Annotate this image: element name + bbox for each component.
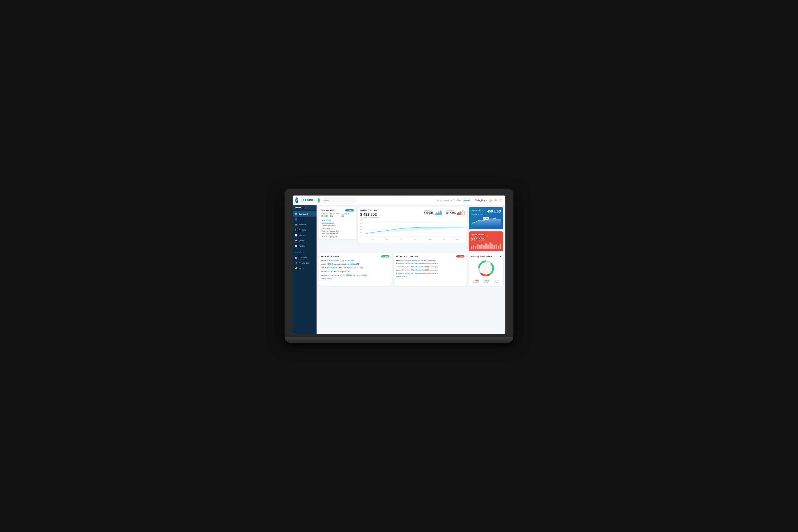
- laptop-screen: SB SLEEKBILL + You are currently in Free…: [292, 195, 506, 334]
- search-input[interactable]: [322, 198, 357, 203]
- taxes-icon: 💰: [295, 267, 298, 269]
- overdue-chart-bar-7: [485, 243, 487, 249]
- overdue-amount: $ 14,500: [471, 237, 501, 241]
- see-all-payable[interactable]: See all activity: [396, 276, 464, 278]
- company-icon: 🏢: [295, 256, 298, 259]
- activity-item-3: New Invoice #G#G45 created for NetSee LT…: [321, 267, 390, 269]
- add-button[interactable]: +: [318, 198, 320, 203]
- overdue-chart-bar-3: [477, 244, 478, 249]
- weekly-sales-card: This week sale's 450 USD Last Sale 23.45…: [469, 207, 503, 229]
- payable-item-4: Invoice #G6 to client PRO Advertise has …: [396, 269, 464, 271]
- laptop-base: [285, 337, 513, 343]
- app-header: SB SLEEKBILL + You are currently in Free…: [292, 195, 506, 205]
- inv-id: #G6: [401, 263, 404, 264]
- gs-stats: CLIENTS 20,188 PRODUCTS 36 INVOICES 65: [321, 213, 354, 217]
- logo-icon: SB: [295, 197, 298, 203]
- sidebar-label-company: Company: [299, 257, 307, 259]
- sidebar-label-products: Products: [299, 229, 306, 231]
- sidebar-item-dashboard[interactable]: ⊞ Dashboard: [292, 211, 317, 216]
- voided-percent: ● 20%: [493, 279, 499, 282]
- overdue-chart-bar-1: [473, 245, 475, 249]
- gs-link-add-logo[interactable]: › Add the company logo: [321, 230, 354, 232]
- chevron-down-icon: ▾: [486, 199, 487, 201]
- overdue-bar-1: [458, 212, 459, 215]
- overdue-chart-bar-9: [490, 242, 491, 249]
- client-name: NetSee LTD: [350, 263, 359, 265]
- sidebar-item-clients[interactable]: 👤 Clients: [292, 216, 317, 222]
- overdue-bar-0: [457, 213, 458, 215]
- current-bar-0: [435, 214, 436, 215]
- payable-title: PAYABLE & OVERDUE: [396, 255, 418, 258]
- sidebar-label-reports: Reports: [299, 245, 305, 247]
- amount: $387: [425, 266, 429, 268]
- overdue-chart-bar-5: [481, 244, 483, 249]
- help-icon[interactable]: ?: [499, 198, 503, 202]
- sidebar-label-inventory: Inventory: [299, 224, 306, 226]
- overdue-header: Overdue Invoices 11% higher than last we…: [471, 233, 501, 237]
- sales-tooltip: $520: [483, 217, 489, 220]
- current-bar-6: [441, 211, 442, 215]
- preferences-icon: ⚙: [295, 262, 298, 264]
- invoices-icon: 📄: [295, 234, 298, 236]
- summary-stat-paid: ● 45% Paid: [483, 279, 489, 284]
- sidebar-item-inventory[interactable]: 📦 Inventory: [292, 222, 317, 227]
- payable-item-5: Invoice #G6 to client PRO Advertise has …: [396, 272, 464, 274]
- summary-stat-voided: ● 20% Voided: [493, 279, 499, 284]
- sidebar-item-invoices[interactable]: 📄 Invoices: [292, 232, 317, 238]
- arrow-icon: ›: [321, 233, 321, 234]
- overdue-chart-bar-13: [498, 246, 499, 249]
- overdue-bar-3: [460, 211, 461, 215]
- sidebar-label-preferences: Preferences: [299, 262, 309, 264]
- sidebar-item-taxes[interactable]: 💰 Taxes: [292, 265, 317, 271]
- gs-stat-clients: CLIENTS 20,188: [321, 213, 328, 217]
- overdue-mini-bars: [457, 209, 464, 215]
- current-mini-bars: [435, 209, 442, 215]
- settings-icon[interactable]: ⚙: [494, 198, 498, 202]
- notifications-icon[interactable]: 🔔: [489, 198, 493, 202]
- summary-donut-chart: [477, 259, 495, 278]
- see-all-activity[interactable]: See all activity: [321, 278, 390, 280]
- gs-link-add-user[interactable]: › Add a company user: [321, 235, 354, 237]
- user-badge[interactable]: Victor Alex ▾: [475, 199, 487, 201]
- overdue-chart-bar-8: [487, 244, 489, 249]
- summary-title: Summary of this month ▾: [471, 255, 501, 258]
- paid-label: Paid: [483, 282, 489, 284]
- gs-link-create-quote[interactable]: › Creat a quote: [321, 227, 354, 229]
- payable-item-2: Invoice #G6 to client PRO Advertise has …: [396, 262, 464, 264]
- quotes-icon: 💬: [295, 239, 298, 242]
- current-bar-5: [440, 210, 441, 215]
- sidebar-item-reports[interactable]: 📊 Reports: [292, 243, 317, 248]
- gs-link-label: Add company details: [322, 233, 338, 234]
- current-bar-3: [438, 211, 439, 215]
- upgrade-link[interactable]: Upgrade: [463, 199, 471, 201]
- header-search-container: [322, 197, 357, 203]
- sidebar-item-products[interactable]: 🏷 Products: [292, 227, 317, 232]
- sidebar-item-quotes[interactable]: 💬 Quotes: [292, 238, 317, 243]
- gs-link-add-product[interactable]: › Add a product: [321, 222, 354, 224]
- gs-stat-products: PRODUCTS 36: [330, 213, 339, 217]
- gs-link-create-invoice[interactable]: › Create an invoice: [321, 225, 354, 227]
- chart-labels-x: SUN MON TUE WED THU FRI SAT: [365, 239, 464, 241]
- chevron-icon[interactable]: ▾: [500, 255, 501, 258]
- gs-link-add-details[interactable]: › Add company details: [321, 233, 354, 234]
- svg-point-7: [481, 263, 491, 273]
- logo-text: SLEEKBILL: [300, 199, 316, 202]
- payable-new-badge: 17 New: [456, 255, 464, 258]
- sidebar-label-invoices: Invoices: [299, 234, 306, 236]
- inv-current: CURRENT $ 12,346: [424, 209, 442, 215]
- sidebar-item-company[interactable]: 🏢 Company: [292, 255, 317, 260]
- inv-sub: 0% higher than last month: [360, 216, 379, 218]
- invoice-id: #G#G45: [327, 259, 333, 261]
- gs-link-add-client[interactable]: › Add a client: [321, 220, 354, 221]
- invoice-id: #G#G45: [331, 267, 337, 269]
- voided-label: Voided: [493, 282, 499, 284]
- screen-bezel: SB SLEEKBILL + You are currently in Free…: [285, 189, 513, 337]
- sidebar-item-preferences[interactable]: ⚙ Preferences: [292, 260, 317, 265]
- gs-stat-invoices: INVOICES 65: [341, 213, 349, 217]
- sidebar-label-clients: Clients: [299, 218, 304, 220]
- sidebar-label-dashboard: Dashboard: [299, 213, 308, 215]
- current-value: $ 12,346: [424, 212, 433, 214]
- inv-id: #G6: [401, 266, 404, 268]
- chart-svg-area: [365, 219, 464, 237]
- inv-id: #G45: [401, 259, 405, 261]
